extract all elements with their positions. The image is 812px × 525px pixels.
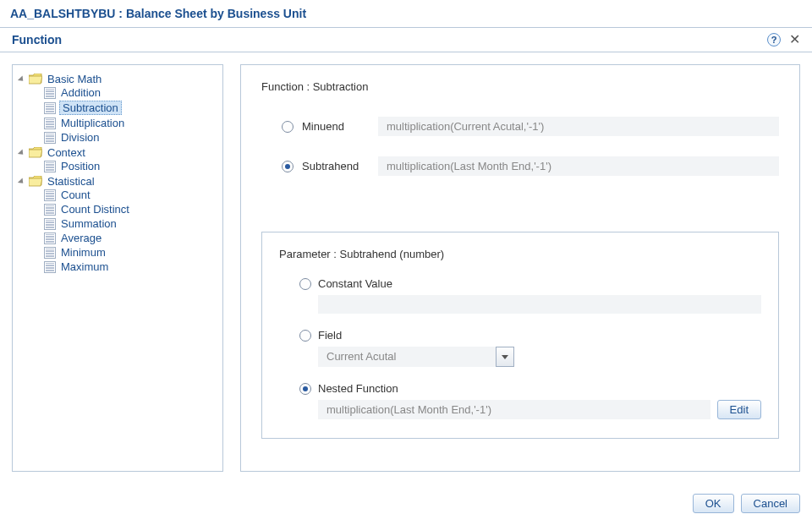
arg-value-minuend: multiplication(Current Acutal,'-1'): [378, 117, 779, 136]
tree-folder-label[interactable]: Context: [46, 146, 87, 159]
expander-icon[interactable]: [18, 75, 25, 83]
window-title: AA_BALSHTBYBU : Balance Sheet by Busines…: [0, 0, 812, 27]
tree-item-label[interactable]: Count Distinct: [59, 203, 131, 216]
document-icon: [44, 204, 56, 216]
tree-item-label[interactable]: Maximum: [59, 260, 110, 273]
tree-item[interactable]: Summation: [35, 217, 217, 230]
label-field: Field: [318, 329, 342, 342]
param-opt-constant: Constant Value: [299, 277, 761, 314]
dialog-footer: OK Cancel: [0, 484, 812, 525]
tree-folder[interactable]: Statistical: [19, 175, 217, 188]
expander-icon[interactable]: [18, 149, 25, 156]
input-constant-value[interactable]: [318, 295, 761, 314]
tree-item-label[interactable]: Multiplication: [59, 117, 126, 129]
tree-item-label[interactable]: Subtraction: [59, 101, 122, 115]
label-constant-value: Constant Value: [318, 277, 392, 290]
radio-subtrahend[interactable]: [282, 161, 294, 172]
arg-value-subtrahend: multiplication(Last Month End,'-1'): [378, 156, 779, 176]
document-icon: [44, 232, 56, 244]
folder-icon: [29, 74, 42, 85]
tree-item[interactable]: Division: [35, 131, 217, 144]
tree-item-label[interactable]: Count: [59, 189, 92, 201]
select-field[interactable]: Current Acutal: [318, 347, 514, 367]
document-icon: [44, 247, 56, 259]
arg-label-subtrahend: Subtrahend: [302, 160, 370, 172]
document-icon: [44, 87, 56, 99]
tree-item[interactable]: Maximum: [35, 260, 217, 273]
tree-folder-label[interactable]: Statistical: [46, 175, 96, 188]
cancel-button[interactable]: Cancel: [741, 494, 800, 513]
tree-item[interactable]: Minimum: [35, 246, 217, 259]
radio-field[interactable]: [299, 330, 311, 342]
tree-panel: Basic MathAdditionSubtractionMultiplicat…: [12, 64, 223, 472]
tree-folder-label[interactable]: Basic Math: [46, 73, 103, 85]
select-field-value: Current Acutal: [318, 347, 496, 367]
parameter-panel: Parameter : Subtrahend (number) Constant…: [261, 232, 779, 439]
tree-scroll[interactable]: Basic MathAdditionSubtractionMultiplicat…: [13, 65, 222, 471]
document-icon: [44, 118, 56, 129]
tree-folder[interactable]: Basic Math: [19, 73, 217, 85]
tree-item[interactable]: Count: [35, 189, 217, 201]
document-icon: [44, 161, 56, 172]
radio-constant-value[interactable]: [299, 278, 311, 290]
tree-item[interactable]: Position: [35, 160, 217, 172]
tree-folder[interactable]: Context: [19, 146, 217, 159]
arg-label-minuend: Minuend: [302, 120, 370, 133]
tree-item-label[interactable]: Summation: [59, 217, 118, 230]
value-nested-function: multiplication(Last Month End,'-1'): [318, 400, 710, 419]
param-opt-nested: Nested Function multiplication(Last Mont…: [299, 382, 761, 419]
chevron-down-icon[interactable]: [496, 347, 514, 367]
function-editor-panel: Function : Subtraction Minuend multiplic…: [240, 64, 800, 472]
help-icon[interactable]: ?: [767, 33, 781, 46]
tree-item[interactable]: Count Distinct: [35, 203, 217, 216]
document-icon: [44, 189, 56, 201]
tree-item-label[interactable]: Minimum: [59, 246, 107, 259]
tree-item[interactable]: Subtraction: [35, 101, 217, 115]
document-icon: [44, 218, 56, 230]
parameter-title: Parameter : Subtrahend (number): [279, 248, 761, 260]
document-icon: [44, 102, 56, 114]
tree-item-label[interactable]: Addition: [59, 86, 102, 99]
function-title: Function : Subtraction: [261, 80, 779, 93]
expander-icon[interactable]: [18, 178, 25, 185]
arg-row-subtrahend[interactable]: Subtrahend multiplication(Last Month End…: [261, 156, 779, 176]
tree-item[interactable]: Addition: [35, 86, 217, 99]
close-icon[interactable]: ✕: [789, 33, 800, 46]
ok-button[interactable]: OK: [693, 494, 734, 513]
radio-minuend[interactable]: [282, 121, 294, 133]
tree-item[interactable]: Multiplication: [35, 117, 217, 129]
tree-item[interactable]: Average: [35, 232, 217, 244]
panel-header: Function ? ✕: [0, 27, 812, 52]
folder-icon: [29, 147, 42, 158]
radio-nested-function[interactable]: [299, 383, 311, 395]
edit-button[interactable]: Edit: [717, 400, 761, 419]
label-nested-function: Nested Function: [318, 382, 398, 395]
folder-icon: [29, 176, 42, 187]
tree-item-label[interactable]: Average: [59, 232, 103, 244]
document-icon: [44, 132, 56, 144]
param-opt-field: Field Current Acutal: [299, 329, 761, 367]
document-icon: [44, 261, 56, 273]
panel-title: Function: [12, 33, 62, 46]
arg-row-minuend[interactable]: Minuend multiplication(Current Acutal,'-…: [261, 117, 779, 136]
tree-item-label[interactable]: Position: [59, 160, 102, 172]
tree-item-label[interactable]: Division: [59, 131, 102, 144]
